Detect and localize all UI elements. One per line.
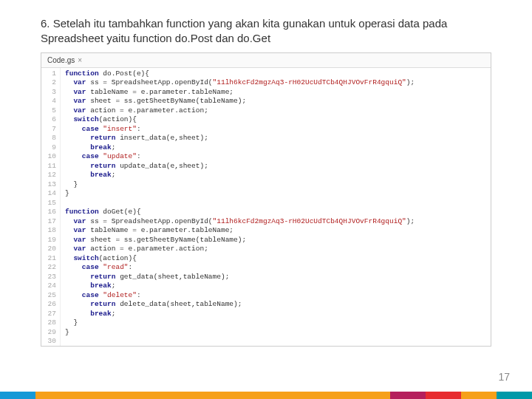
page-number: 17 bbox=[498, 371, 510, 383]
footer-stripe bbox=[0, 392, 532, 399]
code-area[interactable]: 1234567891011121314151617181920212223242… bbox=[41, 68, 491, 346]
stripe-segment bbox=[497, 392, 532, 399]
line-number: 30 bbox=[41, 337, 56, 346]
code-line[interactable] bbox=[65, 337, 491, 346]
line-number: 18 bbox=[41, 226, 56, 236]
stripe-segment bbox=[390, 392, 426, 399]
code-content[interactable]: function do.Post(e){ var ss = Spreadshee… bbox=[61, 68, 491, 346]
code-line[interactable]: case "delete": bbox=[65, 291, 491, 301]
code-editor: Code.gs × 123456789101112131415161718192… bbox=[41, 52, 491, 347]
code-line[interactable]: } bbox=[65, 318, 491, 328]
line-number: 11 bbox=[41, 162, 56, 171]
line-number: 24 bbox=[41, 282, 56, 291]
code-line[interactable]: break; bbox=[65, 310, 491, 319]
code-line[interactable]: var action = e.parameter.action; bbox=[65, 106, 491, 116]
line-number: 16 bbox=[41, 208, 56, 217]
code-line[interactable]: var ss = SpreadsheetApp.openById("11lh6k… bbox=[65, 78, 491, 88]
code-line[interactable]: break; bbox=[65, 282, 491, 291]
line-number: 28 bbox=[41, 318, 56, 328]
code-line[interactable]: return update_data(e,sheet); bbox=[65, 162, 491, 171]
line-number: 1 bbox=[41, 69, 56, 79]
line-number: 4 bbox=[41, 97, 56, 106]
line-number: 23 bbox=[41, 273, 56, 282]
line-number: 12 bbox=[41, 171, 56, 180]
line-number: 22 bbox=[41, 263, 56, 273]
line-number: 17 bbox=[41, 217, 56, 227]
code-line[interactable]: return delete_data(sheet,tableName); bbox=[65, 300, 491, 310]
line-number: 10 bbox=[41, 152, 56, 162]
code-line[interactable]: } bbox=[65, 180, 491, 190]
line-gutter: 1234567891011121314151617181920212223242… bbox=[41, 68, 61, 346]
code-line[interactable]: case "update": bbox=[65, 152, 491, 162]
close-icon[interactable]: × bbox=[78, 56, 82, 64]
code-line[interactable] bbox=[65, 199, 491, 208]
line-number: 7 bbox=[41, 125, 56, 134]
code-line[interactable]: var sheet = ss.getSheetByName(tableName)… bbox=[65, 236, 491, 245]
code-line[interactable]: return get_data(sheet,tableName); bbox=[65, 273, 491, 282]
code-line[interactable]: function doGet(e){ bbox=[65, 208, 491, 217]
line-number: 19 bbox=[41, 236, 56, 245]
line-number: 5 bbox=[41, 106, 56, 116]
line-number: 29 bbox=[41, 328, 56, 338]
tab-bar: Code.gs × bbox=[41, 53, 491, 68]
code-line[interactable]: function do.Post(e){ bbox=[65, 69, 491, 79]
stripe-segment bbox=[426, 392, 461, 399]
code-line[interactable]: var tableName = e.parameter.tableName; bbox=[65, 88, 491, 98]
line-number: 26 bbox=[41, 300, 56, 310]
stripe-segment bbox=[0, 392, 35, 399]
line-number: 3 bbox=[41, 88, 56, 98]
code-line[interactable]: switch(action){ bbox=[65, 115, 491, 125]
code-line[interactable]: case "insert": bbox=[65, 125, 491, 134]
line-number: 15 bbox=[41, 199, 56, 208]
line-number: 14 bbox=[41, 189, 56, 199]
stripe-segment bbox=[35, 392, 390, 399]
tab-code-gs[interactable]: Code.gs × bbox=[44, 55, 85, 66]
line-number: 27 bbox=[41, 310, 56, 319]
code-line[interactable]: case "read": bbox=[65, 263, 491, 273]
line-number: 9 bbox=[41, 143, 56, 153]
code-line[interactable]: break; bbox=[65, 143, 491, 153]
line-number: 21 bbox=[41, 254, 56, 264]
code-line[interactable]: switch(action){ bbox=[65, 254, 491, 264]
code-line[interactable]: return insert_data(e,sheet); bbox=[65, 134, 491, 143]
line-number: 8 bbox=[41, 134, 56, 143]
slide-title: 6. Setelah itu tambahkan function yang a… bbox=[0, 0, 532, 52]
tab-label: Code.gs bbox=[47, 56, 75, 64]
code-line[interactable]: var action = e.parameter.action; bbox=[65, 245, 491, 254]
line-number: 2 bbox=[41, 78, 56, 88]
line-number: 6 bbox=[41, 115, 56, 125]
line-number: 13 bbox=[41, 180, 56, 190]
code-line[interactable]: var tableName = e.parameter.tableName; bbox=[65, 226, 491, 236]
stripe-segment bbox=[461, 392, 497, 399]
line-number: 20 bbox=[41, 245, 56, 254]
code-line[interactable]: var sheet = ss.getSheetByName(tableName)… bbox=[65, 97, 491, 106]
code-line[interactable]: break; bbox=[65, 171, 491, 180]
code-line[interactable]: var ss = SpreadsheetApp.openById("11lh6k… bbox=[65, 217, 491, 227]
line-number: 25 bbox=[41, 291, 56, 301]
code-line[interactable]: } bbox=[65, 328, 491, 338]
code-line[interactable]: } bbox=[65, 189, 491, 199]
